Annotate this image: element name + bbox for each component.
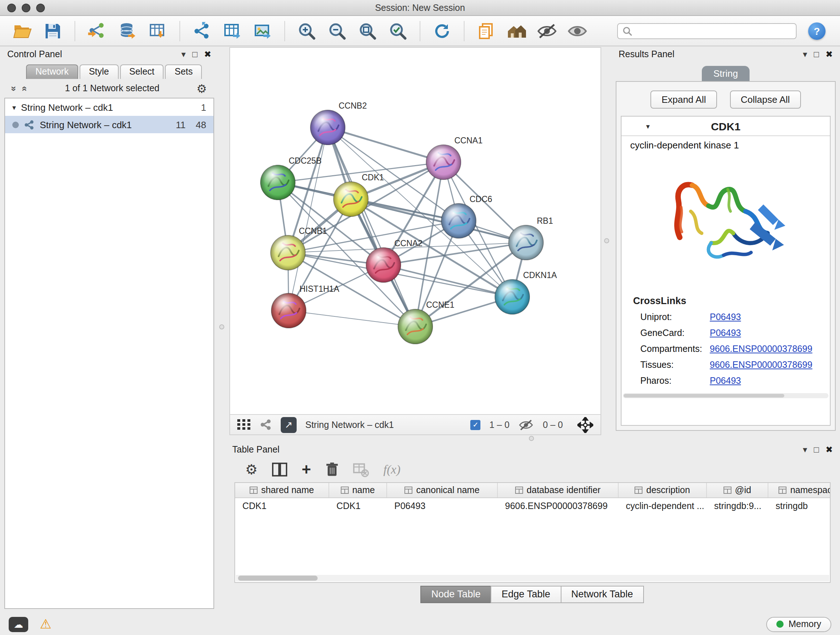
network-edge[interactable] — [289, 127, 328, 310]
network-edge[interactable] — [289, 310, 415, 326]
panel-close-icon[interactable]: ✖ — [826, 50, 833, 59]
scrollbar-thumb[interactable] — [238, 576, 317, 581]
panel-float-icon[interactable]: □ — [813, 50, 819, 59]
panel-close-icon[interactable]: ✖ — [204, 50, 211, 59]
network-edge[interactable] — [328, 127, 415, 326]
table-cell[interactable]: 9606.ENSP00000378699 — [498, 501, 619, 511]
show-columns-icon[interactable] — [272, 462, 287, 477]
home-button[interactable] — [503, 19, 531, 43]
network-node-CCNA1[interactable] — [426, 145, 461, 180]
show-graphics-details-button[interactable] — [564, 19, 591, 43]
tab-sets[interactable]: Sets — [165, 65, 202, 79]
network-node-CDK1[interactable] — [333, 182, 368, 217]
column-header[interactable]: shared name — [235, 483, 329, 497]
import-network-from-database-button[interactable] — [114, 19, 141, 43]
tab-network[interactable]: Network — [26, 65, 78, 79]
column-header[interactable]: description — [619, 483, 707, 497]
export-image-button[interactable] — [249, 19, 276, 43]
apply-layout-button[interactable] — [428, 19, 456, 43]
table-row[interactable]: CDK1 CDK1 P06493 9606.ENSP00000378699 cy… — [235, 498, 830, 514]
grid-view-icon[interactable] — [237, 419, 251, 430]
collapse-all-button[interactable]: Collapse All — [730, 90, 801, 109]
tab-style[interactable]: Style — [80, 65, 118, 79]
hide-graphics-details-button[interactable] — [533, 19, 561, 43]
pan-move-icon[interactable] — [577, 417, 593, 432]
search-input[interactable] — [636, 26, 791, 36]
delete-column-trash-icon[interactable] — [325, 462, 339, 477]
tab-network-table[interactable]: Network Table — [561, 586, 644, 603]
expand-all-button[interactable]: Expand All — [651, 90, 717, 109]
open-session-button[interactable] — [9, 19, 36, 43]
table-cell[interactable]: P06493 — [387, 501, 498, 511]
network-node-CDKN1A[interactable] — [495, 279, 530, 314]
table-cell[interactable]: CDK1 — [235, 501, 329, 511]
function-builder-icon[interactable]: f(x) — [384, 462, 401, 477]
tab-node-table[interactable]: Node Table — [420, 586, 491, 603]
splitter-handle[interactable] — [219, 325, 224, 329]
network-canvas[interactable]: CCNB2CCNA1CDC25BCDK1CDC6RB1CCNB1CCNA2CDK… — [230, 48, 600, 414]
panel-menu-icon[interactable]: ▾ — [803, 50, 807, 59]
table-cell[interactable]: cyclin-dependent ... — [619, 501, 707, 511]
collapse-section-icon[interactable]: ▾ — [646, 122, 650, 130]
crosslink-link[interactable]: P06493 — [710, 328, 741, 338]
panel-float-icon[interactable]: □ — [192, 50, 197, 59]
tab-select[interactable]: Select — [120, 65, 164, 79]
memory-button[interactable]: Memory — [766, 616, 831, 632]
network-node-CCNA2[interactable] — [366, 248, 401, 282]
import-network-from-file-button[interactable] — [83, 19, 111, 43]
panel-float-icon[interactable]: □ — [813, 445, 819, 454]
column-header[interactable]: canonical name — [387, 483, 498, 497]
network-node-HIST1H1A[interactable] — [271, 293, 306, 328]
selected-checkbox-icon[interactable]: ✓ — [471, 420, 481, 430]
tree-expand-icon[interactable]: ▾ — [12, 103, 16, 111]
column-header[interactable]: database identifier — [498, 483, 619, 497]
zoom-out-button[interactable] — [324, 19, 351, 43]
column-header[interactable]: @id — [707, 483, 768, 497]
splitter-handle[interactable] — [529, 436, 534, 441]
open-in-new-window-button[interactable]: ↗ — [281, 417, 297, 432]
zoom-fit-button[interactable] — [354, 19, 381, 43]
help-button[interactable]: ? — [808, 22, 826, 40]
network-collection-row[interactable]: ▾ String Network – cdk1 1 — [5, 98, 213, 116]
import-table-button[interactable] — [144, 19, 172, 43]
network-row[interactable]: String Network – cdk1 11 48 — [5, 116, 213, 133]
network-view-icon[interactable] — [260, 418, 272, 431]
delete-table-icon[interactable] — [353, 462, 369, 477]
splitter-handle[interactable] — [604, 238, 609, 243]
table-cell[interactable]: stringdb:9... — [707, 501, 768, 511]
cloud-button[interactable]: ☁ — [9, 616, 28, 632]
panel-menu-icon[interactable]: ▾ — [803, 445, 807, 454]
crosslink-link[interactable]: 9606.ENSP00000378699 — [710, 360, 813, 370]
crosslink-link[interactable]: 9606.ENSP00000378699 — [710, 344, 813, 354]
collapse-all-icon[interactable]: » — [9, 86, 19, 91]
zoom-in-button[interactable] — [293, 19, 321, 43]
table-options-gear-icon[interactable]: ⚙ — [245, 461, 257, 478]
clone-network-button[interactable] — [188, 19, 216, 43]
results-horizontal-scrollbar[interactable] — [623, 393, 829, 398]
network-node-CCNE1[interactable] — [398, 309, 433, 344]
network-node-CCNB2[interactable] — [310, 110, 345, 145]
expand-all-icon[interactable]: « — [20, 86, 31, 91]
crosslink-link[interactable]: P06493 — [710, 376, 741, 386]
save-session-button[interactable] — [39, 19, 66, 43]
network-node-CDC25B[interactable] — [261, 165, 295, 200]
panel-menu-icon[interactable]: ▾ — [181, 50, 186, 59]
network-node-RB1[interactable] — [508, 225, 543, 260]
protein-card-header[interactable]: ▾ CDK1 — [622, 117, 830, 136]
panel-close-icon[interactable]: ✖ — [826, 445, 833, 454]
table-cell[interactable]: stringdb — [768, 501, 831, 511]
scrollbar-thumb[interactable] — [624, 394, 784, 397]
table-horizontal-scrollbar[interactable] — [236, 575, 829, 581]
table-cell[interactable]: CDK1 — [329, 501, 387, 511]
network-options-gear-icon[interactable]: ⚙ — [196, 81, 207, 95]
network-node-CDC6[interactable] — [441, 203, 476, 238]
column-header[interactable]: name — [329, 483, 387, 497]
document-button[interactable] — [472, 19, 500, 43]
tab-edge-table[interactable]: Edge Table — [491, 586, 561, 603]
zoom-selected-button[interactable] — [384, 19, 412, 43]
create-column-icon[interactable]: + — [302, 462, 311, 478]
crosslink-link[interactable]: P06493 — [710, 312, 741, 322]
network-edge[interactable] — [328, 127, 444, 162]
results-tab-string[interactable]: String — [702, 66, 750, 82]
column-header[interactable]: namespace — [768, 483, 831, 497]
